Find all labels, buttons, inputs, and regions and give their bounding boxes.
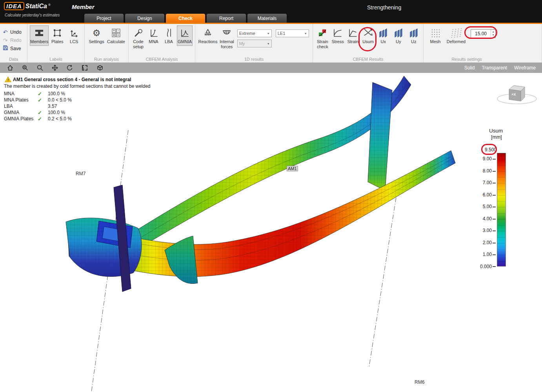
code-setup-button[interactable]: Code setup	[131, 25, 146, 51]
legend-tick-mark	[493, 183, 496, 183]
mna-label: MNA	[149, 39, 158, 44]
member-label-rm7: RM7	[76, 171, 85, 176]
ribbon-group-results-settings: Mesh Deformed 15.00 ▲ ▼ Results settings	[424, 24, 542, 62]
undo-button[interactable]: ↶ Undo	[2, 29, 22, 35]
check-name: MNA Plates	[4, 97, 38, 103]
ribbon-group-cbfem-results: Strain check Stress Strain Usum Ux Uy	[313, 24, 424, 62]
check-icon: ✓	[38, 110, 48, 116]
settings-button[interactable]: ⚙ Settings	[87, 25, 106, 46]
view-mode-wireframe[interactable]: Wireframe	[514, 65, 536, 71]
members-toggle-button[interactable]: Members	[30, 25, 49, 46]
internal-forces-label: Internal forces	[220, 39, 234, 49]
svg-text:!: !	[7, 78, 9, 82]
lcs-toggle-button[interactable]: LCS	[66, 25, 82, 46]
tab-check[interactable]: Check	[166, 14, 205, 23]
app-header: IDEA StatiCa ® Calculate yesterday's est…	[0, 0, 542, 23]
internal-forces-button[interactable]: Internal forces	[219, 25, 235, 51]
plates-icon	[52, 27, 63, 39]
uy-button[interactable]: Uy	[391, 25, 406, 46]
legend-tick-mark	[493, 254, 496, 255]
member-end-fin	[368, 82, 392, 191]
warning-icon: !	[5, 76, 11, 84]
mna-button[interactable]: MNA	[146, 25, 161, 46]
home-view-button[interactable]	[6, 64, 14, 72]
zoom-button[interactable]	[36, 64, 44, 72]
lba-button[interactable]: LBA	[162, 25, 176, 46]
view-mode-solid[interactable]: Solid	[464, 65, 475, 71]
strain-check-button[interactable]: Strain check	[315, 25, 330, 51]
gear-icon: ⚙	[93, 27, 101, 39]
deformed-icon	[451, 27, 461, 39]
tab-design[interactable]: Design	[125, 14, 164, 23]
check-icon: ✓	[38, 97, 48, 103]
uy-icon	[393, 27, 404, 39]
lcs-label: LCS	[70, 39, 78, 44]
uz-button[interactable]: Uz	[406, 25, 421, 46]
legend-tick: 4.00	[478, 216, 492, 221]
legend-tick-mark	[493, 266, 496, 267]
legend-tick: 2.00	[478, 240, 492, 245]
app-tagline: Calculate yesterday's estimates	[5, 13, 60, 17]
legend-colorbar	[497, 153, 506, 267]
check-row-mna-plates: MNA Plates ✓ 0.0 < 5.0 %	[4, 97, 72, 103]
plates-label: Plates	[51, 39, 64, 44]
check-name: GMNIA Plates	[4, 116, 38, 122]
ux-button[interactable]: Ux	[376, 25, 391, 46]
redo-icon: ↷	[2, 37, 8, 44]
uz-label: Uz	[411, 39, 416, 44]
model-viewport[interactable]: ! AM1 General cross section 4 - General …	[0, 73, 542, 392]
deformed-scale-input[interactable]: 15.00 ▲ ▼	[471, 29, 496, 38]
pan-button[interactable]	[51, 64, 59, 72]
strain-label: Strain	[347, 39, 358, 44]
spin-up-button[interactable]: ▲	[492, 31, 495, 34]
uy-label: Uy	[396, 39, 401, 44]
ux-icon	[378, 27, 389, 39]
legend-tick: 9.00	[478, 156, 492, 162]
component-select[interactable]: My ▼	[237, 40, 272, 47]
perspective-box-button[interactable]	[96, 64, 104, 72]
deformed-button[interactable]: Deformed	[446, 25, 467, 46]
gmnia-button[interactable]: GMNIA	[177, 25, 193, 46]
component-select-value: My	[239, 41, 245, 46]
legend-tick: 8.00	[478, 168, 492, 174]
nav-cube-face-label[interactable]: +X	[511, 93, 516, 96]
tab-materials[interactable]: Materials	[247, 14, 287, 23]
module-title: Member	[72, 4, 95, 10]
logo-idea: IDEA	[4, 2, 24, 10]
undo-label: Undo	[10, 29, 22, 35]
stress-button[interactable]: Stress	[331, 25, 345, 46]
gmnia-label: GMNIA	[178, 39, 192, 44]
member-label-rm6: RM6	[415, 379, 424, 385]
rotate-view-button[interactable]	[66, 64, 74, 72]
support-assembly	[66, 218, 142, 277]
code-setup-icon	[133, 27, 144, 39]
strain-button[interactable]: Strain	[346, 25, 360, 46]
usum-button[interactable]: Usum	[361, 25, 375, 46]
main-tabs: Project Design Check Report Materials	[84, 14, 287, 23]
check-row-mna: MNA ✓ 100.0 %	[4, 91, 72, 97]
tab-project[interactable]: Project	[84, 14, 124, 23]
save-button[interactable]: Save	[2, 45, 22, 52]
legend-tick: 7.00	[478, 180, 492, 185]
legend-tick: 3.00	[478, 228, 492, 233]
tab-report[interactable]: Report	[207, 14, 246, 23]
redo-label: Redo	[10, 38, 22, 43]
calculate-label: Calculate	[107, 39, 125, 44]
calculate-button[interactable]: +-x= Calculate	[107, 25, 125, 46]
check-value: 0.0 < 5.0 %	[48, 97, 72, 103]
spin-down-button[interactable]: ▼	[492, 34, 495, 37]
view-mode-transparent[interactable]: Transparent	[482, 65, 507, 71]
reactions-button[interactable]: Reactions	[198, 25, 218, 46]
mesh-button[interactable]: Mesh	[426, 25, 445, 46]
fit-view-button[interactable]	[81, 64, 89, 72]
logo-registered-mark: ®	[48, 3, 51, 7]
logo-statica: StatiCa	[25, 3, 47, 10]
redo-button[interactable]: ↷ Redo	[2, 37, 22, 44]
strain-check-label: Strain check	[316, 39, 329, 49]
zoom-window-button[interactable]	[21, 64, 29, 72]
extreme-select[interactable]: Extreme ▼	[237, 29, 272, 37]
load-case-select[interactable]: LE1 ▼	[276, 29, 309, 37]
plates-toggle-button[interactable]: Plates	[49, 25, 65, 46]
legend-tick-mark	[493, 195, 496, 196]
check-icon: ✓	[38, 91, 48, 97]
